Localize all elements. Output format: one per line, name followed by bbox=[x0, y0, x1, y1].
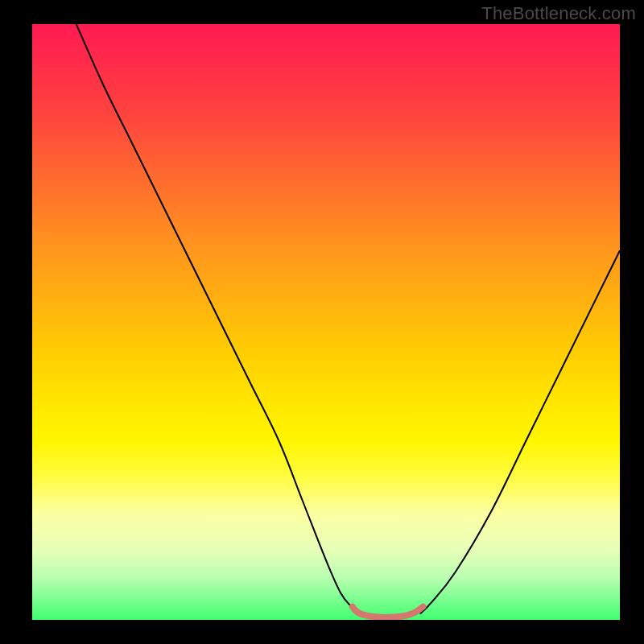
watermark-text: TheBottleneck.com bbox=[481, 3, 636, 24]
curve-layer bbox=[32, 24, 620, 620]
curve-right-branch bbox=[420, 250, 620, 613]
curve-left-branch bbox=[76, 24, 358, 614]
plot-area bbox=[32, 24, 620, 620]
chart-frame: TheBottleneck.com bbox=[0, 0, 644, 644]
curve-trough-highlight bbox=[353, 607, 423, 617]
